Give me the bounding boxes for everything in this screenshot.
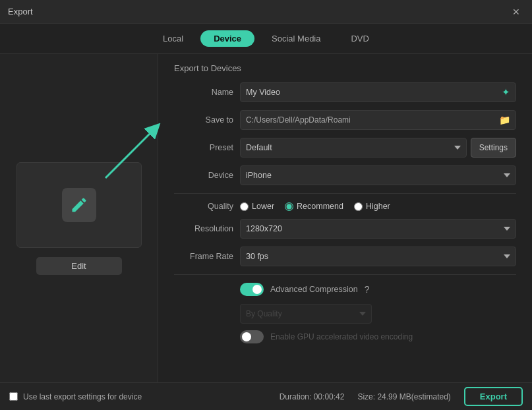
device-select[interactable]: iPhone <box>240 165 516 185</box>
divider <box>174 193 516 194</box>
tab-dvd[interactable]: DVD <box>338 30 382 47</box>
left-panel: Edit <box>0 54 158 382</box>
tab-local[interactable]: Local <box>150 30 196 47</box>
quality-row: Quality Lower Recommend Higher <box>174 202 516 211</box>
quality-lower-radio[interactable] <box>240 202 249 211</box>
quality-recommend-option[interactable]: Recommend <box>285 202 343 211</box>
device-label: Device <box>174 171 233 180</box>
save-to-row: Save to C:/Users/Dell/AppData/Roami 📁 <box>174 110 516 130</box>
quality-label: Quality <box>174 202 233 211</box>
advanced-compression-toggle[interactable] <box>240 283 264 296</box>
divider-2 <box>174 274 516 275</box>
edit-icon-wrap <box>62 188 96 222</box>
frame-rate-label: Frame Rate <box>174 252 233 261</box>
frame-rate-select[interactable]: 30 fps <box>240 247 516 266</box>
tab-social-media[interactable]: Social Media <box>258 30 334 47</box>
preset-control-wrap: Default Settings <box>240 138 516 158</box>
resolution-select[interactable]: 1280x720 <box>240 219 516 239</box>
last-settings-label: Use last export settings for device <box>23 392 142 401</box>
export-button[interactable]: Export <box>464 387 523 406</box>
pencil-icon <box>70 196 88 214</box>
close-button[interactable]: ✕ <box>508 5 524 18</box>
title-bar: Export ✕ <box>0 0 532 24</box>
footer-left: Use last export settings for device <box>9 392 142 401</box>
name-input-wrap: ✦ <box>240 82 516 102</box>
duration-info: Duration: 00:00:42 <box>280 392 345 401</box>
tab-bar: Local Device Social Media DVD <box>0 24 532 54</box>
gpu-toggle-slider <box>240 330 264 343</box>
toggle-slider <box>240 283 264 296</box>
gpu-toggle[interactable] <box>240 330 264 343</box>
quality-lower-option[interactable]: Lower <box>240 202 274 211</box>
footer: Use last export settings for device Dura… <box>0 382 532 410</box>
footer-right: Duration: 00:00:42 Size: 24.99 MB(estima… <box>280 387 523 406</box>
folder-icon[interactable]: 📁 <box>499 115 510 125</box>
gpu-label: Enable GPU accelerated video encoding <box>270 332 413 341</box>
save-path-text: C:/Users/Dell/AppData/Roami <box>246 115 495 125</box>
resolution-row: Resolution 1280x720 <box>174 219 516 239</box>
by-quality-row: By Quality <box>174 304 516 324</box>
help-icon[interactable]: ? <box>365 284 370 295</box>
preview-box <box>16 162 142 248</box>
preset-select[interactable]: Default <box>240 138 467 158</box>
right-panel: Export to Devices Name ✦ Save to C:/User… <box>158 54 532 382</box>
section-title: Export to Devices <box>174 63 516 73</box>
settings-button[interactable]: Settings <box>471 138 516 158</box>
size-info: Size: 24.99 MB(estimated) <box>357 392 450 401</box>
quality-higher-radio[interactable] <box>354 202 363 211</box>
gpu-row: Enable GPU accelerated video encoding <box>174 330 516 343</box>
preset-row: Preset Default Settings <box>174 138 516 158</box>
quality-options: Lower Recommend Higher <box>240 202 390 211</box>
name-label: Name <box>174 88 233 97</box>
main-content: Edit Export to Devices Name ✦ Save to C:… <box>0 54 532 382</box>
last-settings-checkbox[interactable] <box>9 392 18 401</box>
advanced-compression-label: Advanced Compression <box>270 285 358 294</box>
quality-higher-label: Higher <box>366 202 390 211</box>
frame-rate-row: Frame Rate 30 fps <box>174 247 516 266</box>
quality-lower-label: Lower <box>252 202 274 211</box>
by-quality-select[interactable]: By Quality <box>240 304 372 324</box>
name-input[interactable] <box>246 88 498 97</box>
window-title: Export <box>8 7 33 16</box>
quality-higher-option[interactable]: Higher <box>354 202 390 211</box>
preset-label: Preset <box>174 143 233 152</box>
ai-icon[interactable]: ✦ <box>502 86 510 98</box>
save-path-wrap: C:/Users/Dell/AppData/Roami 📁 <box>240 110 516 130</box>
tab-device[interactable]: Device <box>200 30 254 47</box>
name-row: Name ✦ <box>174 82 516 102</box>
quality-recommend-radio[interactable] <box>285 202 293 211</box>
advanced-compression-row: Advanced Compression ? <box>174 283 516 296</box>
resolution-label: Resolution <box>174 224 233 233</box>
save-to-label: Save to <box>174 115 233 125</box>
quality-recommend-label: Recommend <box>297 202 343 211</box>
device-row: Device iPhone <box>174 165 516 185</box>
edit-button[interactable]: Edit <box>36 257 122 275</box>
